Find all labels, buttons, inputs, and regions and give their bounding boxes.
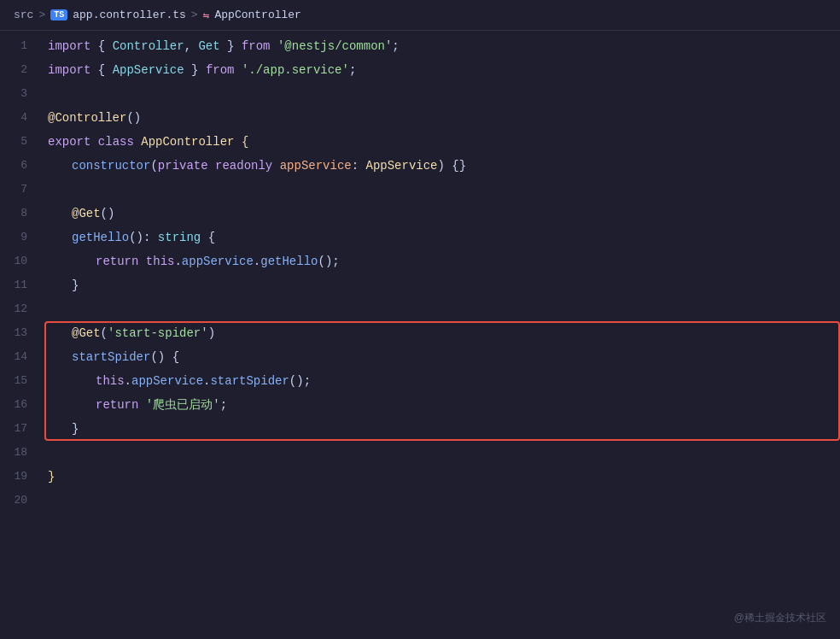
token: ; — [392, 39, 399, 53]
line-number: 10 — [0, 249, 44, 273]
code-line: 15this.appService.startSpider(); — [0, 369, 840, 393]
token: { — [242, 135, 248, 149]
line-number: 8 — [0, 202, 44, 226]
line-content: startSpider() { — [44, 345, 840, 369]
code-line: 14startSpider() { — [0, 345, 840, 369]
token: ( — [150, 159, 157, 173]
code-line: 11} — [0, 273, 840, 297]
line-number: 2 — [0, 58, 44, 82]
breadcrumb-bar: src > TS app.controller.ts > ⇋ AppContro… — [0, 0, 840, 31]
token: import — [48, 39, 90, 53]
line-content: return '爬虫已启动'; — [44, 393, 840, 417]
token — [272, 159, 279, 173]
token: : — [352, 159, 366, 173]
line-content: @Controller() — [44, 106, 840, 130]
token: { — [201, 231, 215, 244]
line-content: } — [44, 417, 840, 441]
token: '@nestjs/common' — [277, 39, 392, 53]
line-content: import { AppService } from './app.servic… — [44, 58, 840, 82]
token: } — [72, 278, 79, 292]
ts-badge: TS — [50, 9, 67, 21]
token: } — [184, 63, 206, 77]
token — [271, 39, 277, 53]
code-lines: 1import { Controller, Get } from '@nestj… — [0, 31, 840, 516]
token: 'start-spider' — [108, 326, 208, 340]
token: () — [101, 207, 115, 220]
token: . — [125, 374, 131, 388]
token: ; — [220, 398, 227, 412]
token: AppService — [366, 159, 438, 173]
line-content: @Get() — [44, 202, 840, 226]
token — [138, 398, 145, 412]
token: private — [158, 159, 208, 173]
token: () { — [150, 350, 179, 364]
line-number: 16 — [0, 393, 44, 417]
line-number: 5 — [0, 130, 44, 154]
token: startSpider — [72, 350, 150, 364]
code-line: 12 — [0, 297, 840, 321]
line-number: 11 — [0, 273, 44, 297]
line-number: 4 — [0, 106, 44, 130]
breadcrumb-filename: app.controller.ts — [73, 9, 186, 21]
token: AppService — [113, 63, 184, 77]
code-line: 2import { AppService } from './app.servi… — [0, 58, 840, 82]
token: this — [146, 255, 175, 268]
token — [90, 135, 97, 149]
token: { — [90, 39, 112, 53]
token: { — [90, 63, 112, 77]
line-number: 20 — [0, 489, 44, 513]
token — [134, 135, 141, 149]
code-line: 9getHello(): string { — [0, 226, 840, 249]
watermark: @稀土掘金技术社区 — [734, 611, 826, 625]
token: @Get — [72, 326, 101, 340]
code-line: 16return '爬虫已启动'; — [0, 393, 840, 417]
token — [138, 255, 145, 268]
line-number: 9 — [0, 226, 44, 249]
token: , — [184, 39, 199, 53]
token — [208, 159, 215, 173]
code-line: 18 — [0, 441, 840, 465]
breadcrumb-classname: AppController — [215, 9, 301, 21]
token: ; — [349, 63, 356, 77]
code-line: 7 — [0, 178, 840, 202]
token: } — [72, 422, 79, 436]
token: ) {} — [438, 159, 467, 173]
token: . — [254, 255, 260, 268]
token: appService — [131, 374, 203, 388]
line-number: 13 — [0, 321, 44, 345]
code-line: 10return this.appService.getHello(); — [0, 249, 840, 273]
line-content: @Get('start-spider') — [44, 321, 840, 345]
token: @Controller — [48, 111, 126, 125]
code-line: 19} — [0, 465, 840, 489]
code-line: 4@Controller() — [0, 106, 840, 130]
breadcrumb-class-icon: ⇋ — [203, 9, 210, 22]
token: class — [98, 135, 134, 149]
token — [234, 135, 241, 149]
line-content: return this.appService.getHello(); — [44, 249, 840, 273]
token: return — [96, 255, 138, 268]
token — [234, 63, 241, 77]
code-line: 17} — [0, 417, 840, 441]
line-number: 18 — [0, 441, 44, 465]
token: @Get — [72, 207, 101, 220]
token: ( — [101, 326, 108, 340]
token: '爬虫已启动' — [146, 398, 220, 412]
line-content: import { Controller, Get } from '@nestjs… — [44, 34, 840, 58]
token: (); — [289, 374, 311, 388]
token: (); — [318, 255, 339, 268]
code-editor[interactable]: 1import { Controller, Get } from '@nestj… — [0, 31, 840, 639]
token: ) — [208, 326, 215, 340]
code-line: 1import { Controller, Get } from '@nestj… — [0, 34, 840, 58]
breadcrumb-sep1: > — [38, 9, 45, 21]
code-line: 20 — [0, 489, 840, 513]
token: from — [242, 39, 271, 53]
breadcrumb-src: src — [14, 9, 33, 21]
token: . — [174, 255, 181, 268]
line-number: 19 — [0, 465, 44, 489]
token: (): — [129, 231, 158, 244]
token: appService — [280, 159, 352, 173]
code-line: 13@Get('start-spider') — [0, 321, 840, 345]
token: () — [126, 111, 141, 125]
line-content: getHello(): string { — [44, 226, 840, 249]
token: constructor — [72, 159, 150, 173]
